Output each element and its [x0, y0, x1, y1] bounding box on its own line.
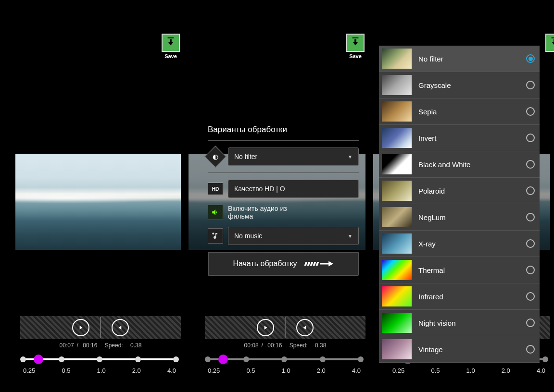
slider-tick	[20, 356, 26, 362]
filter-name-label: Invert	[418, 134, 526, 142]
save-button-wrap: Save	[346, 34, 365, 59]
filter-icon: ◐	[208, 149, 223, 164]
svg-point-0	[212, 233, 214, 235]
radio-icon[interactable]	[526, 107, 535, 116]
slider-thumb[interactable]	[218, 355, 228, 364]
filter-option-grayscale[interactable]: Grayscale	[379, 72, 540, 98]
save-button-wrap	[545, 34, 554, 52]
speed-mark-label: 0.5	[431, 367, 440, 374]
save-button[interactable]	[162, 34, 180, 52]
slider-tick	[205, 356, 211, 362]
processing-options-dialog: Варианты обработки ◐ No filter ▼ HD Каче…	[208, 125, 359, 276]
speed-mark-label: 0.25	[208, 367, 220, 374]
position-time: 00:08	[244, 342, 259, 349]
filter-option-x-ray[interactable]: X-ray	[379, 231, 540, 257]
radio-icon[interactable]	[526, 186, 535, 195]
filter-name-label: Night vision	[418, 319, 526, 327]
radio-icon[interactable]	[526, 213, 535, 221]
filter-option-infrared[interactable]: Infrared	[379, 283, 540, 310]
filter-option-vintage[interactable]: Vintage	[379, 336, 540, 363]
radio-icon[interactable]	[526, 239, 535, 248]
filter-thumbnail	[382, 207, 412, 227]
filter-name-label: Sepia	[418, 108, 526, 116]
radio-icon[interactable]	[526, 134, 535, 142]
speed-labels: 0.250.51.02.04.0	[23, 367, 176, 374]
filter-option-sepia[interactable]: Sepia	[379, 98, 540, 125]
filter-option-polaroid[interactable]: Polaroid	[379, 178, 540, 204]
filter-thumbnail	[382, 49, 412, 69]
trim-end-forward-button[interactable]	[257, 319, 274, 336]
arrow-icon	[305, 260, 334, 267]
speed-mark-label: 1.0	[282, 367, 290, 374]
save-label: Save	[349, 53, 362, 59]
speed-value: 0.38	[130, 342, 141, 349]
speed-slider[interactable]	[23, 355, 176, 364]
filter-option-black-and-white[interactable]: Black and White	[379, 151, 540, 178]
slider-tick	[542, 356, 548, 362]
slider-tick	[97, 356, 102, 362]
include-audio-label[interactable]: Включить аудио из фильма	[228, 205, 359, 220]
filter-name-label: X-ray	[418, 240, 526, 248]
filter-name-label: NegLum	[418, 213, 526, 221]
save-button[interactable]	[545, 34, 554, 52]
filter-option-thermal[interactable]: Thermal	[379, 257, 540, 283]
filter-dropdown[interactable]: No filter ▼	[228, 147, 359, 166]
speed-slider[interactable]	[208, 355, 361, 364]
trim-end-forward-button[interactable]	[72, 319, 89, 336]
filter-name-label: Thermal	[418, 266, 526, 274]
trim-start-back-button[interactable]	[112, 319, 129, 336]
slider-thumb[interactable]	[34, 355, 43, 364]
filter-list-popup: No filterGrayscaleSepiaInvertBlack and W…	[379, 46, 540, 363]
slider-tick	[59, 356, 64, 362]
slider-tick	[173, 356, 179, 362]
save-button[interactable]	[346, 34, 365, 52]
filter-option-no-filter[interactable]: No filter	[379, 46, 540, 72]
filter-name-label: Polaroid	[418, 187, 526, 195]
filter-option-neglum[interactable]: NegLum	[379, 204, 540, 231]
filter-thumbnail	[382, 313, 412, 333]
radio-icon[interactable]	[526, 54, 535, 63]
download-icon	[549, 37, 554, 48]
filter-name-label: No filter	[418, 55, 526, 63]
trim-start-back-button[interactable]	[296, 319, 314, 336]
radio-icon[interactable]	[526, 266, 535, 274]
speed-mark-label: 2.0	[132, 367, 141, 374]
speed-mark-label: 0.25	[23, 367, 35, 374]
filter-thumbnail	[382, 233, 412, 254]
filter-thumbnail	[382, 286, 412, 306]
filter-thumbnail	[382, 75, 412, 95]
slider-tick	[320, 356, 326, 362]
radio-icon[interactable]	[526, 160, 535, 169]
timeline-strip[interactable]	[20, 316, 181, 339]
quality-label: Качество HD | О	[234, 185, 285, 193]
filter-option-invert[interactable]: Invert	[379, 125, 540, 151]
speed-labels: 0.250.51.02.04.0	[392, 367, 545, 374]
slider-tick	[358, 356, 364, 362]
radio-icon[interactable]	[526, 81, 535, 89]
speed-mark-label: 2.0	[502, 367, 510, 374]
video-preview[interactable]	[15, 154, 181, 250]
start-processing-button[interactable]: Начать обработку	[208, 252, 359, 276]
speed-mark-label: 0.5	[62, 367, 70, 374]
save-label: Save	[164, 53, 177, 59]
timecode-row: 00:07/ 00:16 Speed: 0.38	[20, 342, 181, 349]
filter-thumbnail	[382, 260, 412, 280]
speed-mark-label: 1.0	[466, 367, 475, 374]
quality-button[interactable]: Качество HD | О	[228, 180, 359, 198]
filter-thumbnail	[382, 101, 412, 122]
radio-icon[interactable]	[526, 292, 535, 301]
speed-mark-label: 0.25	[392, 367, 404, 374]
filter-name-label: Infrared	[418, 293, 526, 301]
speed-mark-label: 4.0	[352, 367, 361, 374]
speed-mark-label: 2.0	[317, 367, 326, 374]
radio-icon[interactable]	[526, 318, 535, 327]
music-dropdown[interactable]: No music ▼	[228, 227, 359, 245]
separator	[208, 172, 359, 173]
filter-dropdown-label: No filter	[234, 153, 257, 160]
filter-thumbnail	[382, 154, 412, 174]
download-icon	[350, 37, 361, 48]
filter-option-night-vision[interactable]: Night vision	[379, 310, 540, 336]
radio-icon[interactable]	[526, 345, 535, 354]
speed-labels: 0.250.51.02.04.0	[208, 367, 361, 374]
timeline-strip[interactable]	[205, 316, 365, 339]
